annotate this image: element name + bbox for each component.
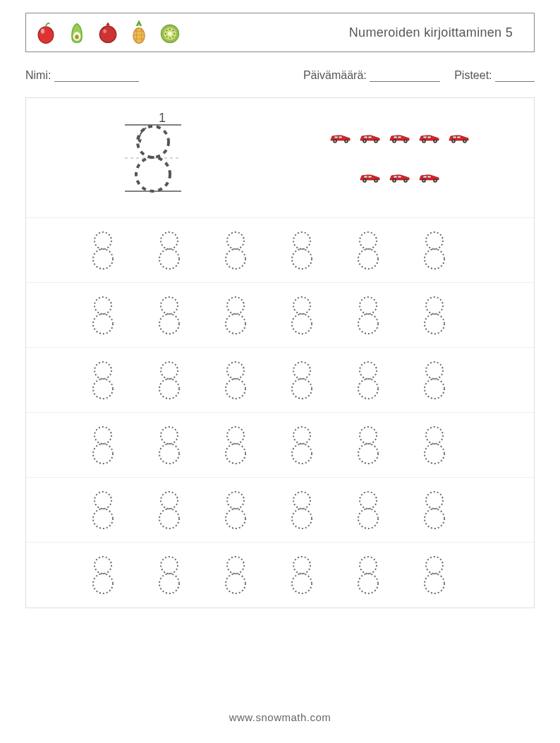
- trace-glyph-8[interactable]: [421, 424, 448, 466]
- score-blank[interactable]: [495, 71, 535, 82]
- trace-glyph-8[interactable]: [156, 359, 183, 401]
- svg-point-111: [159, 444, 179, 464]
- trace-glyph-8[interactable]: [156, 489, 183, 531]
- svg-point-123: [159, 509, 179, 528]
- date-blank[interactable]: [370, 71, 440, 82]
- trace-glyph-8[interactable]: [222, 229, 249, 272]
- svg-point-117: [358, 444, 378, 464]
- svg-point-81: [358, 249, 378, 269]
- svg-point-45: [423, 140, 425, 141]
- svg-point-79: [292, 249, 312, 269]
- car-icon: [418, 172, 442, 183]
- trace-row: [26, 283, 534, 348]
- demo-number-stroke: 1: [26, 98, 280, 217]
- trace-glyph-8[interactable]: [222, 489, 249, 531]
- trace-glyph-8[interactable]: [90, 359, 116, 401]
- trace-glyph-8[interactable]: [90, 554, 116, 596]
- svg-point-96: [95, 362, 111, 379]
- car-icon: [418, 133, 442, 144]
- trace-glyph-8[interactable]: [156, 294, 183, 337]
- trace-glyph-8[interactable]: [288, 359, 315, 401]
- svg-rect-55: [368, 176, 372, 178]
- svg-point-71: [434, 179, 436, 181]
- svg-point-86: [161, 297, 178, 314]
- worksheet-title: Numeroiden kirjoittaminen 5: [349, 25, 513, 40]
- svg-point-99: [159, 379, 179, 399]
- svg-point-88: [227, 297, 244, 314]
- svg-point-84: [95, 297, 111, 314]
- trace-glyph-8[interactable]: [421, 489, 448, 531]
- demo-row: 1: [26, 98, 534, 218]
- svg-point-74: [161, 232, 178, 249]
- name-blank[interactable]: [54, 71, 139, 82]
- svg-point-91: [292, 314, 312, 334]
- trace-glyph-8[interactable]: [355, 294, 382, 337]
- svg-point-14: [169, 37, 170, 38]
- svg-point-125: [226, 509, 245, 528]
- svg-point-77: [226, 249, 245, 269]
- svg-point-95: [425, 314, 444, 334]
- trace-glyph-8[interactable]: [421, 229, 448, 272]
- svg-point-11: [173, 30, 174, 31]
- trace-glyph-8[interactable]: [421, 294, 448, 337]
- trace-glyph-8[interactable]: [421, 554, 448, 596]
- svg-point-135: [159, 574, 179, 593]
- trace-glyph-8[interactable]: [222, 554, 249, 596]
- svg-point-29: [346, 140, 347, 141]
- trace-glyph-8[interactable]: [288, 554, 315, 596]
- trace-glyph-8[interactable]: [355, 489, 382, 531]
- trace-row: [26, 543, 534, 608]
- trace-glyph-8[interactable]: [90, 229, 116, 272]
- svg-point-15: [166, 37, 167, 37]
- trace-glyph-8[interactable]: [288, 229, 315, 272]
- svg-point-116: [360, 427, 377, 444]
- svg-point-9: [168, 32, 172, 36]
- trace-glyph-8[interactable]: [222, 424, 249, 466]
- trace-glyph-8[interactable]: [90, 489, 116, 531]
- svg-point-10: [169, 29, 170, 30]
- trace-row: [26, 348, 534, 413]
- svg-point-39: [394, 140, 395, 141]
- trace-glyph-8[interactable]: [288, 424, 315, 466]
- svg-point-51: [453, 140, 454, 141]
- svg-point-85: [93, 314, 113, 334]
- svg-rect-49: [457, 136, 461, 138]
- trace-glyph-8[interactable]: [156, 424, 183, 466]
- trace-glyph-8[interactable]: [355, 554, 382, 596]
- fruit-icon-row: [33, 18, 183, 47]
- car-icon: [447, 133, 471, 144]
- svg-point-106: [426, 362, 443, 379]
- trace-glyph-8[interactable]: [90, 294, 116, 337]
- car-icon: [358, 133, 382, 144]
- trace-glyph-8[interactable]: [222, 359, 249, 401]
- svg-point-57: [364, 179, 365, 181]
- trace-glyph-8[interactable]: [156, 554, 183, 596]
- trace-glyph-8[interactable]: [421, 359, 448, 401]
- trace-glyph-8[interactable]: [355, 359, 382, 401]
- trace-glyph-8[interactable]: [90, 424, 116, 466]
- trace-glyph-8[interactable]: [355, 424, 382, 466]
- svg-point-107: [425, 379, 444, 399]
- svg-point-27: [334, 140, 336, 141]
- svg-point-114: [293, 427, 310, 444]
- svg-point-110: [161, 427, 178, 444]
- svg-point-83: [425, 249, 444, 269]
- svg-rect-24: [334, 136, 338, 138]
- svg-rect-66: [423, 176, 427, 178]
- trace-glyph-8[interactable]: [156, 229, 183, 272]
- trace-row: [26, 413, 534, 478]
- svg-point-41: [405, 140, 406, 141]
- svg-point-33: [364, 140, 365, 141]
- apple-icon: [33, 18, 59, 47]
- svg-point-65: [405, 179, 406, 181]
- trace-glyph-8[interactable]: [355, 229, 382, 272]
- trace-glyph-8[interactable]: [222, 294, 249, 337]
- svg-point-53: [464, 140, 465, 141]
- svg-rect-42: [423, 136, 427, 138]
- svg-point-78: [293, 232, 310, 249]
- header-box: Numeroiden kirjoittaminen 5: [25, 13, 535, 52]
- trace-glyph-8[interactable]: [288, 489, 315, 531]
- stroke-number-label: 1: [159, 112, 166, 125]
- svg-point-131: [425, 509, 444, 528]
- trace-glyph-8[interactable]: [288, 294, 315, 337]
